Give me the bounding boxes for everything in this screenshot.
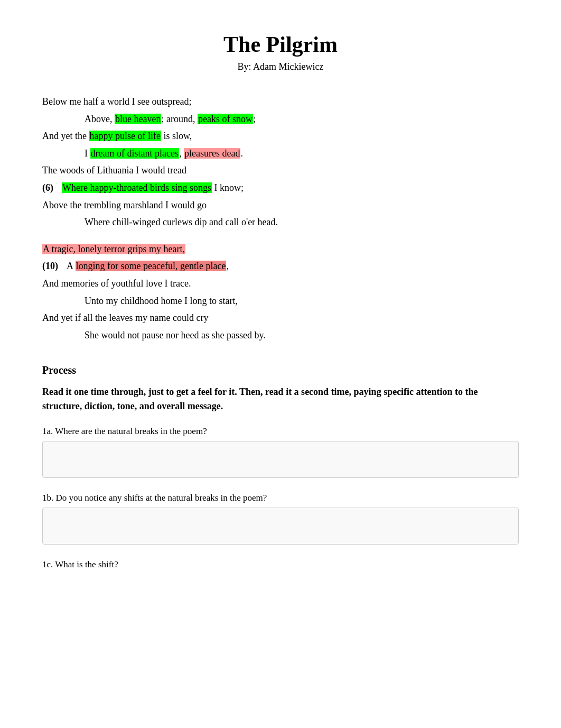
poem-line-12: Unto my childhood home I long to start,: [42, 293, 519, 309]
question-group-1b: 1b. Do you notice any shifts at the natu…: [42, 493, 519, 545]
poem-title: The Pilgrim: [42, 32, 519, 57]
answer-box-1b[interactable]: [42, 508, 519, 545]
poem-line-10: (10)A longing for some peaceful, gentle …: [42, 258, 519, 274]
highlight-happy-throated: Where happy-throated birds sing songs: [62, 182, 212, 193]
poem-line-8: Where chill-winged curlews dip and call …: [42, 214, 519, 231]
highlight-happy-pulse: happy pulse of life: [89, 131, 161, 141]
highlight-tragic-lonely: A tragic, lonely terror grips my heart,: [42, 244, 185, 254]
poem-line-14: She would not pause nor heed as she pass…: [42, 327, 519, 344]
line-number-6: (6): [42, 180, 53, 196]
process-instruction: Read it one time through, just to get a …: [42, 385, 519, 413]
poem-line-1: Below me half a world I see outspread;: [42, 94, 519, 110]
highlight-peaks-of-snow: peaks of snow: [198, 114, 253, 124]
poem-line-2: Above, blue heaven; around, peaks of sno…: [42, 111, 519, 127]
highlight-dream-of-distant: dream of distant places: [90, 148, 179, 159]
poem-line-5: The woods of Lithuania I would tread: [42, 162, 519, 179]
highlight-blue-heaven: blue heaven: [115, 114, 161, 124]
highlight-pleasures-dead: pleasures dead: [184, 148, 240, 159]
process-title: Process: [42, 364, 519, 376]
question-group-1c: 1c. What is the shift?: [42, 559, 519, 570]
process-section: Process Read it one time through, just t…: [42, 364, 519, 570]
poem-line-13: And yet if all the leaves my name could …: [42, 310, 519, 326]
highlight-longing-peaceful: longing for some peaceful, gentle place: [76, 261, 227, 271]
poem-line-9: A tragic, lonely terror grips my heart,: [42, 241, 519, 257]
poem-line-11: And memories of youthful love I trace.: [42, 275, 519, 292]
poem-body: Below me half a world I see outspread; A…: [42, 94, 519, 343]
question-1c-label: 1c. What is the shift?: [42, 559, 519, 570]
poem-author: By: Adam Mickiewicz: [42, 61, 519, 72]
answer-box-1a[interactable]: [42, 441, 519, 478]
line-number-10: (10): [42, 258, 58, 274]
question-1b-label: 1b. Do you notice any shifts at the natu…: [42, 493, 519, 503]
question-group-1a: 1a. Where are the natural breaks in the …: [42, 426, 519, 478]
poem-line-7: Above the trembling marshland I would go: [42, 197, 519, 214]
poem-line-3: And yet the happy pulse of life is slow,: [42, 128, 519, 144]
poem-line-4: I dream of distant places, pleasures dea…: [42, 145, 519, 162]
question-1a-label: 1a. Where are the natural breaks in the …: [42, 426, 519, 437]
poem-line-6: (6)Where happy-throated birds sing songs…: [42, 180, 519, 196]
